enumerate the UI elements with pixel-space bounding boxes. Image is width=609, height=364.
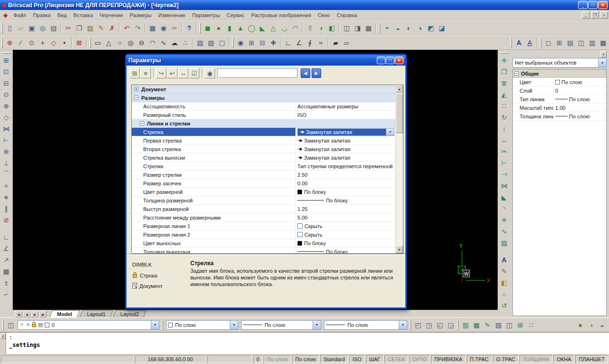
print-button[interactable]: ▤ xyxy=(48,22,59,34)
expand-box[interactable]: + xyxy=(134,87,138,91)
undo-button[interactable]: ↶ xyxy=(121,22,132,34)
snap-center-button[interactable]: ⊙ xyxy=(26,37,37,48)
settings-category-row[interactable]: −Линии и стрелки xyxy=(132,119,395,128)
snap-parallel-button[interactable]: ∥ xyxy=(0,203,12,214)
mdi-close-button[interactable]: × xyxy=(600,11,608,19)
settings-row[interactable]: Размерная линия 2Скрыть xyxy=(132,230,395,239)
settings-row[interactable]: Стрелка выноски─▶Замкнутая залитая xyxy=(132,153,395,162)
menu-item[interactable]: Размеры xyxy=(127,11,155,19)
boundary-button[interactable]: ▢ xyxy=(216,37,227,48)
property-category-row[interactable]: −Общие xyxy=(513,69,606,78)
setting-value[interactable]: 1.25 xyxy=(295,205,395,213)
setting-value[interactable]: ISO xyxy=(295,111,395,119)
window-minimize-button[interactable]: _ xyxy=(578,1,588,9)
color-combobox[interactable]: По слою▼ xyxy=(166,320,238,330)
snap-tangent-button[interactable]: ⌒ xyxy=(0,169,12,180)
setting-value[interactable]: 0.00 xyxy=(295,179,395,187)
dots-panel-button[interactable]: ∷ xyxy=(526,319,537,331)
region-button[interactable]: ▰ xyxy=(330,37,341,48)
settings-row[interactable]: Цвет размернойПо блоку xyxy=(132,188,395,196)
status-clean-button[interactable]: ◒ xyxy=(597,319,608,331)
settings-row[interactable]: Расстояние между размерными5.00 xyxy=(132,213,395,222)
purge-button[interactable]: ○ xyxy=(499,288,510,300)
draw-cloud-button[interactable]: ☁ xyxy=(169,37,180,48)
grid-panel-button[interactable]: ⊞ xyxy=(515,319,526,331)
collapse-box[interactable]: − xyxy=(514,71,519,76)
property-row[interactable]: Толщина линииПо слою xyxy=(513,112,606,121)
menu-item[interactable]: Сервис xyxy=(223,11,248,19)
property-value[interactable]: 0 xyxy=(554,88,606,94)
help-button[interactable]: ? xyxy=(184,22,195,34)
extrude-button[interactable]: ⇧ xyxy=(304,22,315,34)
save-file-button[interactable]: ▣ xyxy=(26,22,37,34)
settings-row[interactable]: Размер стрелки2.50 xyxy=(132,171,395,179)
setting-value[interactable]: ─▶Замкнутая залитая xyxy=(295,153,395,162)
toolbar-handle[interactable] xyxy=(379,23,380,33)
viewport-multi-button[interactable]: ⊞ xyxy=(554,37,565,48)
setting-value[interactable]: По блоку xyxy=(295,239,395,247)
hide-checkbox[interactable] xyxy=(297,223,303,229)
edit-attributes-button[interactable]: ✎ xyxy=(499,266,510,277)
status-field[interactable]: 0 xyxy=(253,355,263,363)
setting-value[interactable]: Тип стрелки определяется переменной xyxy=(295,162,395,170)
dialog-maximize-button[interactable]: □ xyxy=(386,57,394,64)
scroll-down-button[interactable]: ▼ xyxy=(396,246,403,253)
match-properties-button[interactable]: ✎ xyxy=(96,22,107,34)
cut-button[interactable]: ✂ xyxy=(63,22,74,34)
setting-value[interactable]: Скрыть xyxy=(295,222,395,230)
sketch-button[interactable]: ≈ xyxy=(315,37,326,48)
color-entities-button[interactable]: ◧ xyxy=(499,277,510,288)
monitor-panel-button[interactable]: ◫ xyxy=(504,319,515,331)
chevron-down-icon[interactable]: ▼ xyxy=(151,321,159,329)
mirror-button[interactable]: ◭ xyxy=(499,89,510,100)
chevron-down-icon[interactable]: ▼ xyxy=(598,58,606,67)
toolbar-handle[interactable] xyxy=(162,320,163,330)
extend-button[interactable]: ⊢ xyxy=(499,157,510,169)
settings-category-row[interactable]: +Документ xyxy=(132,85,395,94)
pedit-button[interactable]: ∿ xyxy=(499,226,510,237)
revolve-button[interactable]: ◑ xyxy=(315,22,326,34)
hide-checkbox[interactable] xyxy=(297,232,303,237)
print-preview-button[interactable]: ◎ xyxy=(37,22,48,34)
status-field[interactable]: По слою xyxy=(264,355,291,363)
setting-value[interactable]: Скрыть xyxy=(295,230,395,239)
toolbar-handle[interactable] xyxy=(199,23,201,33)
draw-order-below-button[interactable]: ◲ xyxy=(445,319,456,331)
view-categorized-button[interactable]: ⊞ xyxy=(129,68,140,78)
setting-value[interactable]: По блоку xyxy=(295,248,395,253)
polar-toggle-button[interactable]: ∠ xyxy=(0,243,12,254)
pan-button[interactable]: ✚ xyxy=(268,37,279,48)
hatch-edit-button[interactable]: ▨ xyxy=(499,237,510,249)
3d-polyline-button[interactable]: ∠ xyxy=(294,37,304,48)
fit-columns-button[interactable]: ↔ xyxy=(178,68,188,78)
solid-box-button[interactable]: ◼ xyxy=(202,22,213,34)
find-next-button[interactable]: ▶ xyxy=(312,68,321,78)
property-row[interactable]: ЦветПо слою xyxy=(513,78,606,86)
status-half-button[interactable]: ◑ xyxy=(586,319,597,331)
settings-scrollbar[interactable]: ▲ ▼ xyxy=(395,85,403,253)
setting-value[interactable]: 2.50 xyxy=(295,171,395,179)
export-settings-button[interactable]: ↪ xyxy=(156,68,167,78)
snap-midpoint-button[interactable]: ⊟ xyxy=(0,77,12,89)
draw-order-back-button[interactable]: ◳ xyxy=(423,319,434,331)
redo-button[interactable]: ↷ xyxy=(132,22,143,34)
snap-insertion-button[interactable]: ⊕ xyxy=(0,146,12,157)
menu-item[interactable]: Правка xyxy=(29,11,54,19)
snap-node-button[interactable]: • xyxy=(59,37,70,48)
draw-order-above-button[interactable]: ◱ xyxy=(434,319,445,331)
explode-button[interactable]: ✳ xyxy=(499,214,510,226)
layer-combobox[interactable]: ☀✳▤0▼ xyxy=(18,320,159,330)
tab-layout1[interactable]: Layout1 xyxy=(79,310,113,317)
window-maximize-button[interactable]: □ xyxy=(588,1,598,9)
settings-row[interactable]: Вторая стрелка─▶Замкнутая залитая xyxy=(132,145,395,153)
status-field[interactable]: Standard xyxy=(320,355,348,363)
settings-category-row[interactable]: −Размеры xyxy=(132,94,395,102)
property-value[interactable]: По слою xyxy=(554,96,606,102)
snap-marker-button[interactable]: ⊕ xyxy=(4,37,15,48)
solid-dish-button[interactable]: ◡ xyxy=(279,22,290,34)
view-left-button[interactable]: ◐ xyxy=(403,22,414,34)
toolbar-handle[interactable] xyxy=(1,38,3,48)
status-green-button[interactable]: ● xyxy=(575,319,586,331)
find-setting-button[interactable]: ◉ xyxy=(205,68,215,78)
mdi-minimize-button[interactable]: _ xyxy=(582,11,590,19)
